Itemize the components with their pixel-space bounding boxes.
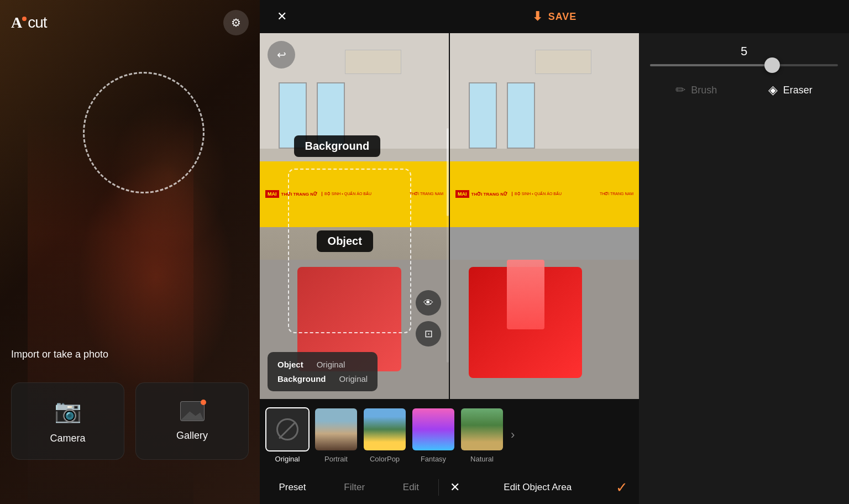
result-shop-sign: MAI THỜI TRANG NỮ BỘ SINH • QUẦN ÁO BẦU …	[450, 161, 639, 227]
logo-a: A	[11, 14, 22, 32]
save-icon: ⬇	[532, 9, 543, 24]
preset-natural-thumb	[460, 407, 504, 452]
brush-eraser-row: ✏ Brush ◈ Eraser	[650, 83, 838, 97]
preset-colorpop-thumb	[363, 407, 407, 452]
tab-edit[interactable]: Edit	[392, 471, 430, 504]
presets-bar: Original Portrait ColorPop	[260, 399, 639, 471]
edit-controls: 👁 ⊡	[416, 290, 441, 347]
preset-original-thumb	[265, 407, 310, 452]
brush-label: Brush	[691, 85, 717, 96]
edit-image-container: MAI THỜI TRANG NỮ BỘ SINH • QUẦN ÁO BẦU …	[260, 33, 450, 399]
preset-portrait-label: Portrait	[324, 455, 348, 463]
result-image-container: MAI THỜI TRANG NỮ BỘ SINH • QUẦN ÁO BẦU …	[450, 33, 639, 399]
top-bar: ✕ ⬇ SAVE	[260, 0, 849, 33]
camera-label: Camera	[50, 433, 85, 444]
result-road	[450, 260, 639, 399]
logo-cut: cut	[28, 14, 46, 32]
undo-button[interactable]: ↩	[268, 41, 295, 69]
gallery-label: Gallery	[176, 430, 208, 442]
preset-natural[interactable]: Natural	[460, 407, 504, 463]
preset-colorpop[interactable]: ColorPop	[363, 407, 407, 463]
tool-panel: 5 ✏ Brush ◈ Eraser	[639, 33, 849, 504]
selection-circle	[83, 72, 205, 193]
tooltip-background: Background	[294, 135, 381, 157]
camera-button[interactable]: 📷 Camera	[11, 382, 124, 460]
visibility-button[interactable]: 👁	[416, 290, 441, 316]
confirm-button[interactable]: ✓	[616, 479, 628, 496]
preset-fantasy-thumb	[411, 407, 455, 452]
close-button[interactable]: ✕	[271, 6, 293, 28]
left-header: A cut ⚙	[0, 0, 260, 45]
eraser-label: Eraser	[783, 85, 813, 96]
gallery-button[interactable]: Gallery	[135, 382, 249, 460]
info-object-value: Original	[317, 358, 345, 372]
brush-icon: ✏	[675, 83, 685, 97]
brush-option[interactable]: ✏ Brush	[675, 83, 717, 97]
editors-area: MAI THỜI TRANG NỮ BỘ SINH • QUẦN ÁO BẦU …	[260, 33, 639, 399]
slider-fill	[650, 64, 772, 66]
import-text: Import or take a photo	[11, 349, 108, 360]
save-button[interactable]: ⬇ SAVE	[532, 9, 577, 24]
edit-object-label: Edit Object Area	[504, 482, 572, 493]
settings-button[interactable]: ⚙	[223, 10, 249, 35]
scroll-hint	[447, 70, 449, 363]
edit-object-area: ✕ Edit Object Area ✓	[439, 471, 640, 504]
presets-more[interactable]: ›	[511, 428, 515, 442]
logo-dot	[22, 17, 27, 21]
left-panel: A cut ⚙ Import or take a photo 📷 Camera …	[0, 0, 260, 504]
slider-track[interactable]	[650, 64, 838, 66]
slider-thumb[interactable]	[764, 57, 780, 73]
slider-section: 5	[650, 33, 838, 83]
gallery-dot	[201, 400, 206, 405]
eraser-option[interactable]: ◈ Eraser	[768, 83, 813, 97]
scroll-thumb	[447, 128, 449, 216]
info-row-object: Object Original	[277, 358, 368, 372]
no-filter-icon	[276, 418, 298, 440]
tab-preset[interactable]: Preset	[268, 471, 317, 504]
info-panel: Object Original Background Original	[268, 352, 378, 391]
bottom-tab-group: Preset Filter Edit	[260, 471, 438, 504]
preset-colorpop-label: ColorPop	[370, 455, 400, 463]
tab-filter[interactable]: Filter	[333, 471, 376, 504]
preset-natural-label: Natural	[470, 455, 494, 463]
slider-value: 5	[650, 44, 838, 59]
compare-button[interactable]: ⊡	[416, 321, 441, 347]
result-scene: MAI THỜI TRANG NỮ BỘ SINH • QUẦN ÁO BẦU …	[450, 33, 639, 399]
preset-original-label: Original	[275, 455, 300, 463]
info-row-background: Background Original	[277, 372, 368, 386]
dismiss-button[interactable]: ✕	[450, 480, 460, 495]
gallery-icon-wrapper	[180, 401, 205, 421]
save-label: SAVE	[548, 11, 577, 23]
info-background-label: Background	[277, 372, 326, 386]
preset-portrait-thumb	[314, 407, 358, 452]
right-section: ✕ ⬇ SAVE	[260, 0, 849, 504]
preset-fantasy[interactable]: Fantasy	[411, 407, 455, 463]
action-buttons: 📷 Camera Gallery	[11, 382, 249, 460]
main-content: MAI THỜI TRANG NỮ BỘ SINH • QUẦN ÁO BẦU …	[260, 33, 849, 504]
center-panel: MAI THỜI TRANG NỮ BỘ SINH • QUẦN ÁO BẦU …	[260, 33, 639, 504]
preset-portrait[interactable]: Portrait	[314, 407, 358, 463]
eraser-icon: ◈	[768, 83, 778, 97]
preset-original[interactable]: Original	[265, 407, 310, 463]
info-object-label: Object	[277, 358, 303, 372]
bottom-tabs: Preset Filter Edit ✕ Edit Object Area ✓	[260, 471, 639, 504]
info-background-value: Original	[339, 372, 368, 386]
preset-fantasy-label: Fantasy	[421, 455, 446, 463]
gallery-icon	[180, 401, 205, 421]
tooltip-object: Object	[317, 230, 373, 252]
app-logo: A cut	[11, 14, 47, 32]
camera-icon: 📷	[54, 398, 82, 424]
